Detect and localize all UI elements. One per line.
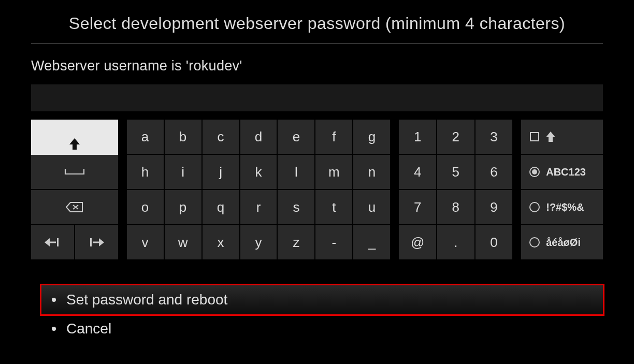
key-a[interactable]: a bbox=[127, 120, 164, 154]
key-s[interactable]: s bbox=[278, 190, 314, 224]
keyboard-modes-panel: ABC123 !?#$%& åéåøØi bbox=[521, 120, 603, 259]
square-icon bbox=[528, 132, 541, 141]
key-f[interactable]: f bbox=[315, 120, 352, 154]
keyboard-letters-panel: a b c d e f g h i j k l m n o p q r s t … bbox=[127, 120, 391, 259]
key-at[interactable]: @ bbox=[399, 225, 436, 259]
svg-rect-1 bbox=[57, 238, 59, 246]
key-e[interactable]: e bbox=[278, 120, 314, 154]
key-h[interactable]: h bbox=[127, 155, 164, 189]
on-screen-keyboard: a b c d e f g h i j k l m n o p q r s t … bbox=[31, 120, 603, 259]
cursor-right-key[interactable] bbox=[75, 225, 118, 259]
key-l[interactable]: l bbox=[278, 155, 314, 189]
key-1[interactable]: 1 bbox=[399, 120, 436, 154]
radio-icon bbox=[528, 202, 541, 212]
page-title: Select development webserver password (m… bbox=[31, 13, 603, 34]
mode-accents-label: åéåøØi bbox=[546, 237, 581, 249]
key-p[interactable]: p bbox=[165, 190, 201, 224]
key-o[interactable]: o bbox=[127, 190, 164, 224]
key-b[interactable]: b bbox=[165, 120, 201, 154]
shift-icon bbox=[69, 138, 80, 150]
cursor-right-icon bbox=[89, 237, 104, 247]
key-8[interactable]: 8 bbox=[437, 190, 474, 224]
key-4[interactable]: 4 bbox=[399, 155, 436, 189]
shift-up-icon bbox=[546, 132, 555, 142]
key-w[interactable]: w bbox=[165, 225, 201, 259]
divider bbox=[31, 43, 603, 43]
set-password-reboot-button[interactable]: Set password and reboot bbox=[41, 285, 603, 314]
mode-symbols-key[interactable]: !?#$%& bbox=[521, 190, 603, 224]
key-c[interactable]: c bbox=[203, 120, 239, 154]
key-q[interactable]: q bbox=[203, 190, 239, 224]
backspace-key[interactable] bbox=[31, 190, 118, 224]
space-key[interactable] bbox=[31, 155, 118, 189]
key-dash[interactable]: - bbox=[315, 225, 352, 259]
keyboard-left-panel bbox=[31, 120, 118, 259]
key-y[interactable]: y bbox=[240, 225, 277, 259]
bullet-icon bbox=[52, 298, 56, 302]
svg-rect-3 bbox=[93, 242, 99, 243]
key-x[interactable]: x bbox=[203, 225, 239, 259]
svg-rect-0 bbox=[50, 242, 56, 243]
key-3[interactable]: 3 bbox=[476, 120, 513, 154]
cancel-label: Cancel bbox=[66, 321, 111, 337]
keyboard-numbers-panel: 1 2 3 4 5 6 7 8 9 @ . 0 bbox=[399, 120, 512, 259]
key-2[interactable]: 2 bbox=[437, 120, 474, 154]
action-list: Set password and reboot Cancel bbox=[31, 285, 603, 343]
mode-abc-key[interactable]: ABC123 bbox=[521, 155, 603, 189]
key-period[interactable]: . bbox=[437, 225, 474, 259]
username-label: Webserver username is 'rokudev' bbox=[31, 58, 603, 74]
mode-caps-key[interactable] bbox=[521, 120, 603, 154]
mode-abc-label: ABC123 bbox=[546, 166, 586, 178]
key-9[interactable]: 9 bbox=[476, 190, 513, 224]
cursor-left-key[interactable] bbox=[31, 225, 74, 259]
key-m[interactable]: m bbox=[315, 155, 352, 189]
key-0[interactable]: 0 bbox=[476, 225, 513, 259]
backspace-icon bbox=[66, 201, 83, 213]
key-z[interactable]: z bbox=[278, 225, 314, 259]
bullet-icon bbox=[52, 327, 56, 331]
key-7[interactable]: 7 bbox=[399, 190, 436, 224]
key-r[interactable]: r bbox=[240, 190, 277, 224]
cancel-button[interactable]: Cancel bbox=[41, 314, 603, 343]
cursor-left-icon bbox=[45, 237, 60, 247]
radio-icon bbox=[528, 237, 541, 247]
key-i[interactable]: i bbox=[165, 155, 201, 189]
radio-selected-icon bbox=[528, 167, 541, 177]
set-password-label: Set password and reboot bbox=[66, 292, 227, 308]
key-underscore[interactable]: _ bbox=[353, 225, 390, 259]
key-u[interactable]: u bbox=[353, 190, 390, 224]
key-j[interactable]: j bbox=[203, 155, 239, 189]
key-g[interactable]: g bbox=[353, 120, 390, 154]
mode-accents-key[interactable]: åéåøØi bbox=[521, 225, 603, 259]
key-5[interactable]: 5 bbox=[437, 155, 474, 189]
key-k[interactable]: k bbox=[240, 155, 277, 189]
key-v[interactable]: v bbox=[127, 225, 164, 259]
key-t[interactable]: t bbox=[315, 190, 352, 224]
key-n[interactable]: n bbox=[353, 155, 390, 189]
svg-rect-2 bbox=[90, 238, 92, 246]
key-d[interactable]: d bbox=[240, 120, 277, 154]
space-icon bbox=[64, 168, 85, 176]
password-input[interactable] bbox=[31, 84, 603, 111]
key-6[interactable]: 6 bbox=[476, 155, 513, 189]
mode-symbols-label: !?#$%& bbox=[546, 201, 584, 213]
